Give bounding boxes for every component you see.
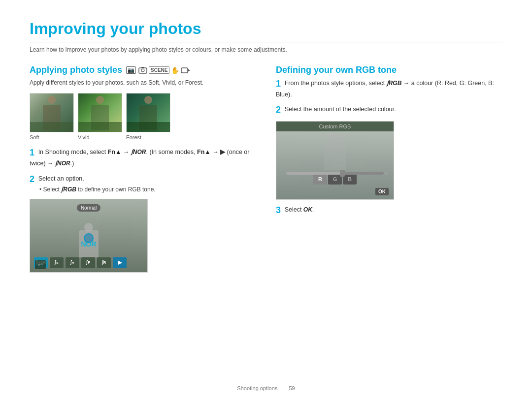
rgb-controls: R G B [313,174,357,185]
right-column: Defining your own RGB tone 1 From the ph… [276,65,502,278]
menu-icon-v: ʃv [66,257,79,268]
video-icon [181,67,191,74]
menu-icon-arrow[interactable]: ▶ [113,257,127,268]
label-soft: Soft [30,134,74,140]
left-section-title: Applying photo styles 📷 SCENE ✋ [30,65,256,75]
rgb-plus: + [385,170,388,176]
photo-soft [30,93,74,132]
rgb-btn-b[interactable]: B [343,174,357,185]
mode-icons: 📷 SCENE ✋ [125,66,191,74]
right-step3-number: 3 [276,205,281,215]
footer-text: Shooting options [237,385,277,391]
page-container: Improving your photos Learn how to impro… [0,0,532,292]
step2-bullet: Select ʃRGB to define your own RGB tone. [39,185,256,194]
footer-divider [283,386,283,391]
rgb-screenshot: Custom RGB R G B - + OK [276,121,394,200]
hand-icon: ✋ [171,66,179,74]
svg-point-1 [141,69,144,72]
rgb-ok-button[interactable]: OK [375,188,389,195]
page-footer: Shooting options 59 [0,385,532,391]
right-step1-number: 1 [276,79,281,89]
svg-marker-4 [188,69,190,72]
left-step2: 2 Select an option. Select ʃRGB to defin… [30,174,256,194]
rgb-minus: - [282,170,284,176]
rgb-slider-thumb[interactable] [340,170,345,177]
photo-labels-row: Soft Vivid Forest [30,134,256,140]
menu-icon-r: ʃR [97,257,111,268]
svg-rect-3 [181,68,188,73]
menu-person-figure: NOR [79,223,99,257]
rgb-figure-body [324,140,346,170]
camera-mode-icon [138,67,147,74]
left-column: Applying photo styles 📷 SCENE ✋ Apply di… [30,65,256,278]
right-section-title: Defining your own RGB tone [276,65,502,75]
svg-rect-2 [141,67,144,68]
right-step2-number: 2 [276,105,281,115]
menu-normal-badge: Normal [77,204,100,212]
figure-body: NOR [79,230,99,257]
rgb-slider[interactable] [286,172,384,175]
menu-icon-s: ʃs [50,257,64,268]
menu-icons-row: ʃNOR ʃs ʃv ʃF ʃR ▶ [34,257,143,268]
step2-label: Select an option. [38,175,84,182]
rgb-person-figure [324,131,346,170]
page-title: Improving your photos [30,20,502,42]
photo-forest [126,93,170,132]
rgb-header: Custom RGB [276,122,394,131]
menu-icon-f: ʃF [81,257,95,268]
step1-number: 1 [30,148,34,157]
right-step2: 2 Select the amount of the selected colo… [276,104,502,116]
left-step1: 1 In Shooting mode, select Fn▲ → ʃNOR. (… [30,147,256,169]
right-step1-text: From the photos style options, select ʃR… [276,80,494,98]
photo-thumbnails-row [30,93,256,132]
camera-icon: 📷 [126,66,136,74]
step1-text: In Shooting mode, select Fn▲ → ʃNOR. (In… [30,149,249,167]
scene-icon: SCENE [149,66,169,74]
rgb-slider-fill [286,172,345,175]
right-step3: 3 Select OK. [276,205,502,216]
page-subtitle: Learn how to improve your photos by appl… [30,46,502,53]
step2-number: 2 [30,174,34,184]
label-forest: Forest [126,134,170,140]
right-step1: 1 From the photos style options, select … [276,78,502,99]
rgb-figure-head [330,131,340,141]
photo-vivid [78,93,122,132]
left-section-desc: Apply different styles to your photos, s… [30,78,256,87]
menu-screenshot: Normal NOR ʃNOR ʃs ʃv ʃF ʃR ▶ [30,199,148,273]
menu-back-icon: ↩ [35,260,46,269]
two-column-layout: Applying photo styles 📷 SCENE ✋ Apply di… [30,65,502,278]
footer-page-number: 59 [289,385,295,391]
right-step3-text: Select OK. [285,206,314,213]
rgb-btn-r[interactable]: R [313,174,327,185]
right-step2-text: Select the amount of the selected colour… [285,106,396,113]
label-vivid: Vivid [78,134,122,140]
